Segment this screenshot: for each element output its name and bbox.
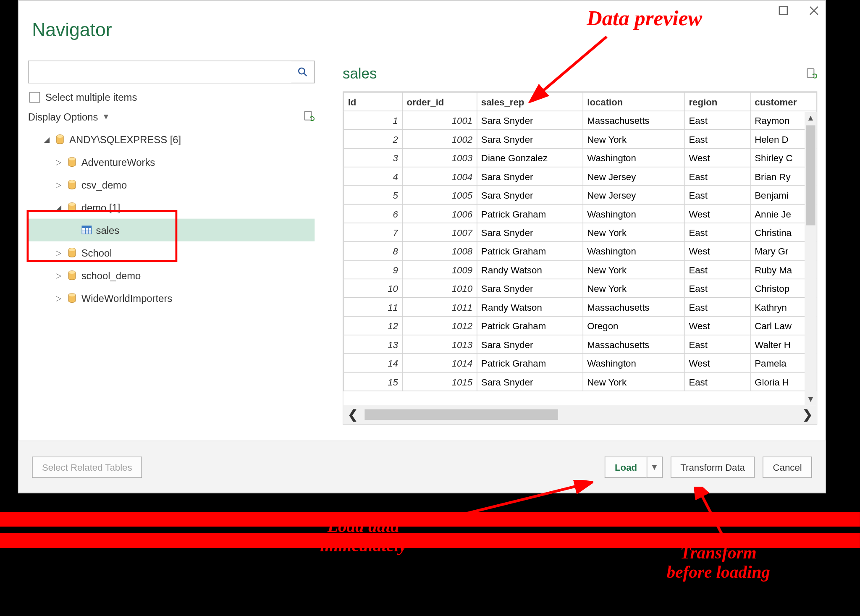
table-row[interactable]: 41004Sara SnyderNew JerseyEastBrian Ry: [343, 167, 816, 186]
cell: 1007: [402, 223, 477, 241]
expander-icon[interactable]: ▷: [55, 180, 63, 189]
scroll-up-icon[interactable]: ▲: [805, 112, 817, 124]
cell: New York: [583, 372, 684, 391]
table-row[interactable]: 131013Sara SnyderMassachusettsEastWalter…: [343, 335, 816, 354]
select-multiple-label: Select multiple items: [45, 91, 137, 102]
table-row[interactable]: 151015Sara SnyderNew YorkEastGloria H: [343, 372, 816, 391]
column-header[interactable]: sales_rep: [477, 92, 583, 111]
select-related-tables-button[interactable]: Select Related Tables: [32, 456, 142, 478]
load-dropdown-button[interactable]: ▼: [646, 456, 662, 478]
table-row[interactable]: 61006Patrick GrahamWashingtonWestAnnie J…: [343, 204, 816, 223]
vertical-scrollbar[interactable]: ▲ ▼: [805, 112, 817, 406]
refresh-preview-icon[interactable]: [805, 68, 818, 80]
svg-point-9: [69, 157, 76, 160]
expander-icon[interactable]: ◢: [43, 135, 51, 144]
tree-database-node[interactable]: ▷AdventureWorks: [28, 151, 315, 173]
expander-icon[interactable]: ◢: [55, 203, 63, 212]
search-input[interactable]: [29, 61, 291, 83]
maximize-icon[interactable]: [777, 5, 789, 17]
expander-icon[interactable]: ▷: [55, 271, 63, 280]
transform-data-button[interactable]: Transform Data: [671, 456, 755, 478]
cell: Patrick Graham: [477, 204, 583, 223]
database-tree: ◢ANDY\SQLEXPRESS [6]▷AdventureWorks▷csv_…: [28, 128, 315, 309]
tree-database-node[interactable]: ▷WideWorldImporters: [28, 287, 315, 309]
cell: New Jersey: [583, 186, 684, 204]
column-header[interactable]: customer: [750, 92, 816, 111]
navigator-left-pane: Select multiple items Display Options ▼ …: [28, 60, 315, 309]
database-icon: [55, 134, 65, 144]
cell: New York: [583, 260, 684, 279]
preview-pane: sales Idorder_idsales_replocationregionc…: [343, 60, 817, 425]
svg-point-23: [69, 271, 76, 274]
table-row[interactable]: 81008Patrick GrahamWashingtonWestMary Gr: [343, 241, 816, 260]
cell: Sara Snyder: [477, 111, 583, 129]
cell: 3: [343, 148, 402, 167]
tree-database-node[interactable]: ▷csv_demo: [28, 173, 315, 196]
search-icon[interactable]: [291, 61, 314, 83]
cell: Sara Snyder: [477, 167, 583, 186]
cell: Sara Snyder: [477, 130, 583, 148]
select-multiple-items[interactable]: Select multiple items: [28, 91, 315, 102]
column-header[interactable]: order_id: [402, 92, 477, 111]
tree-database-node[interactable]: ▷school_demo: [28, 264, 315, 287]
svg-point-25: [69, 294, 76, 296]
scroll-thumb[interactable]: [364, 409, 558, 420]
cell: 7: [343, 223, 402, 241]
cell: Randy Watson: [477, 298, 583, 316]
scroll-left-icon[interactable]: ❮: [343, 405, 362, 424]
horizontal-scrollbar[interactable]: ❮ ❯: [343, 405, 817, 424]
table-row[interactable]: 11001Sara SnyderMassachusettsEastRaymon: [343, 111, 816, 129]
close-icon[interactable]: [808, 5, 820, 17]
load-button[interactable]: Load: [605, 456, 646, 478]
cell: Massachusetts: [583, 335, 684, 354]
expander-icon[interactable]: ▷: [55, 157, 63, 166]
scroll-right-icon[interactable]: ❯: [798, 405, 816, 424]
column-header[interactable]: location: [583, 92, 684, 111]
cell: 1004: [402, 167, 477, 186]
cell: Washington: [583, 148, 684, 167]
cell: West: [684, 204, 750, 223]
scroll-thumb[interactable]: [806, 125, 815, 225]
cell: 15: [343, 372, 402, 391]
tree-label: demo [1]: [81, 202, 121, 213]
expander-icon[interactable]: ▷: [55, 248, 63, 257]
chevron-down-icon: ▼: [102, 112, 110, 121]
database-icon: [67, 202, 77, 212]
cell: East: [684, 186, 750, 204]
column-header[interactable]: Id: [343, 92, 402, 111]
column-header[interactable]: region: [684, 92, 750, 111]
cell: Massachusetts: [583, 111, 684, 129]
tree-table-node[interactable]: sales: [28, 219, 315, 241]
cell: West: [684, 241, 750, 260]
cancel-button[interactable]: Cancel: [763, 456, 812, 478]
table-row[interactable]: 21002Sara SnyderNew YorkEastHelen D: [343, 130, 816, 148]
tree-database-node[interactable]: ◢demo [1]: [28, 196, 315, 219]
tree-server-node[interactable]: ◢ANDY\SQLEXPRESS [6]: [28, 128, 315, 151]
table-row[interactable]: 141014Patrick GrahamWashingtonWestPamela: [343, 354, 816, 372]
table-row[interactable]: 51005Sara SnyderNew JerseyEastBenjami: [343, 186, 816, 204]
display-options-label: Display Options: [28, 111, 98, 122]
expander-icon[interactable]: ▷: [55, 294, 63, 302]
checkbox-icon[interactable]: [29, 92, 40, 102]
cell: 1009: [402, 260, 477, 279]
table-row[interactable]: 31003Diane GonzalezWashingtonWestShirley…: [343, 148, 816, 167]
annotation-transform-label: Transform before loading: [667, 544, 770, 582]
table-row[interactable]: 111011Randy WatsonMassachusettsEastKathr…: [343, 298, 816, 316]
tree-database-node[interactable]: ▷School: [28, 241, 315, 264]
cell: 2: [343, 130, 402, 148]
table-row[interactable]: 91009Randy WatsonNew YorkEastRuby Ma: [343, 260, 816, 279]
cell: Patrick Graham: [477, 316, 583, 335]
svg-point-13: [69, 203, 76, 206]
cell: East: [684, 372, 750, 391]
display-options-dropdown[interactable]: Display Options ▼: [28, 111, 110, 122]
table-row[interactable]: 71007Sara SnyderNew YorkEastChristina: [343, 223, 816, 241]
scroll-down-icon[interactable]: ▼: [805, 393, 817, 406]
table-row[interactable]: 101010Sara SnyderNew YorkEastChristop: [343, 279, 816, 297]
cell: 8: [343, 241, 402, 260]
cell: Oregon: [583, 316, 684, 335]
refresh-tree-icon[interactable]: [303, 111, 315, 123]
table-row[interactable]: 121012Patrick GrahamOregonWestCarl Law: [343, 316, 816, 335]
cell: 14: [343, 354, 402, 372]
cell: Washington: [583, 204, 684, 223]
tree-label: School: [81, 247, 112, 258]
